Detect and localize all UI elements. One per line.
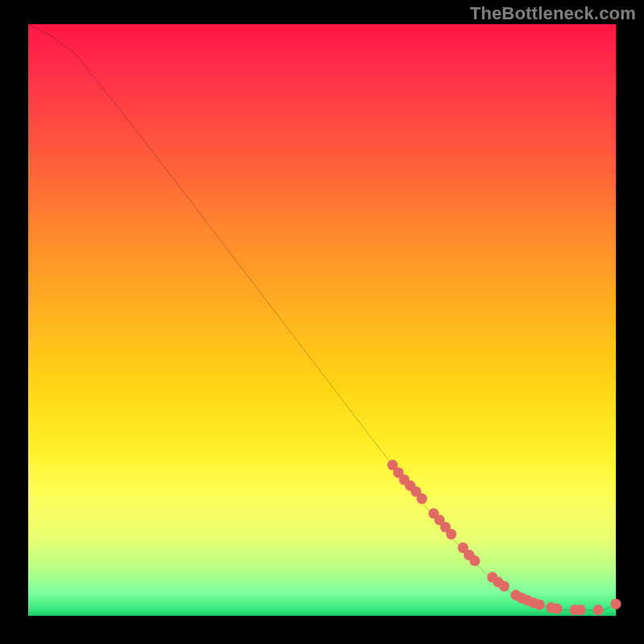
curve-marker bbox=[576, 605, 586, 615]
curve-marker bbox=[417, 493, 427, 504]
curve-marker bbox=[469, 555, 480, 566]
plot-area bbox=[28, 24, 616, 616]
curve-marker bbox=[551, 604, 562, 614]
chart-svg bbox=[28, 24, 616, 616]
curve-marker bbox=[446, 529, 456, 539]
curve-marker bbox=[499, 581, 510, 592]
chart-frame: TheBottleneck.com bbox=[0, 0, 644, 644]
curve-marker bbox=[593, 605, 604, 615]
bottleneck-curve-line bbox=[28, 24, 616, 610]
curve-marker bbox=[610, 599, 621, 609]
curve-markers bbox=[387, 460, 621, 615]
attribution-text: TheBottleneck.com bbox=[470, 3, 636, 24]
curve-marker bbox=[535, 599, 545, 609]
